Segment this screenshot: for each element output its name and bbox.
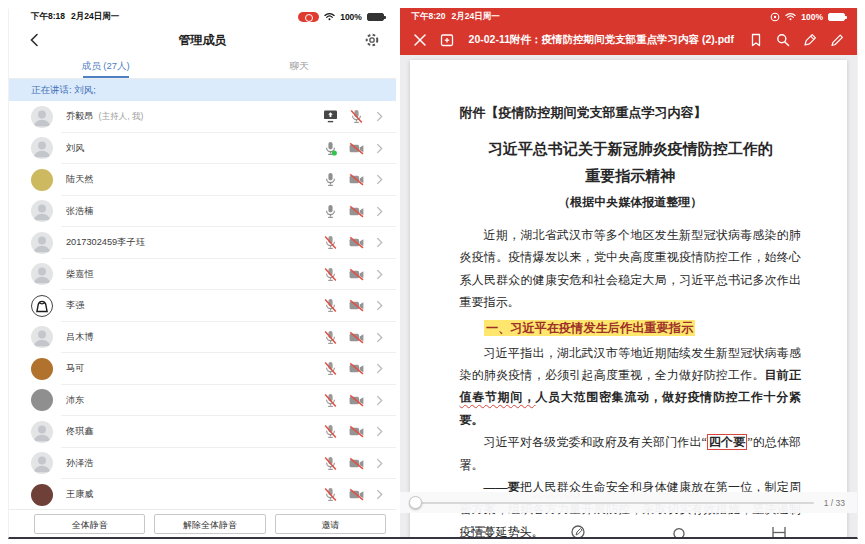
doc-paragraph-3: 习近平对各级党委和政府及有关部门作出“四个要”的总体部署。 bbox=[460, 431, 801, 476]
chevron-right-icon[interactable] bbox=[375, 300, 384, 311]
member-row[interactable]: 佟琪鑫 bbox=[9, 416, 396, 448]
avatar bbox=[31, 421, 53, 443]
tab-chat[interactable]: 聊天 bbox=[202, 55, 395, 78]
member-name: 柴嘉恒 bbox=[66, 268, 94, 281]
doc-section-heading: 一、习近平在疫情发生后作出重要指示 bbox=[460, 317, 801, 339]
chevron-right-icon[interactable] bbox=[375, 206, 384, 217]
pdf-app-pane: 下午8:20 2月24日周一 100% bbox=[400, 8, 857, 537]
mic-or-screenshare-icon bbox=[323, 109, 338, 124]
p2-normal: 习近平指出，湖北武汉市等地近期陆续发生新型冠状病毒感染的肺炎疫情，必须引起高度重… bbox=[460, 346, 801, 382]
add-file-icon[interactable] bbox=[440, 33, 454, 47]
doc-title-line2: 重要指示精神 bbox=[460, 163, 801, 190]
tab-bar: 成员 (27人) 聊天 bbox=[9, 55, 396, 79]
unmute-all-button[interactable]: 解除全体静音 bbox=[154, 514, 265, 534]
camera-or-mic-icon bbox=[349, 361, 364, 376]
chevron-right-icon[interactable] bbox=[375, 489, 384, 500]
bookmark-tray-icon[interactable] bbox=[771, 522, 787, 537]
member-row[interactable]: 张浩楠 bbox=[9, 196, 396, 228]
avatar bbox=[31, 358, 53, 380]
chevron-right-icon[interactable] bbox=[375, 237, 384, 248]
member-name: 乔毅昂 bbox=[66, 110, 94, 123]
member-row[interactable]: 乔毅昂 (主持人, 我) bbox=[9, 101, 396, 133]
camera-or-mic-icon bbox=[349, 235, 364, 250]
mic-or-screenshare-icon bbox=[323, 424, 338, 439]
mute-all-button[interactable]: 全体静音 bbox=[34, 514, 145, 534]
avatar bbox=[31, 295, 53, 317]
avatar bbox=[31, 200, 53, 222]
mic-or-screenshare-icon bbox=[323, 235, 338, 250]
markup-pen-icon[interactable] bbox=[803, 33, 817, 47]
member-row[interactable]: 柴嘉恒 bbox=[9, 259, 396, 291]
chevron-right-icon[interactable] bbox=[375, 174, 384, 185]
mic-or-screenshare-icon bbox=[323, 204, 338, 219]
gear-icon[interactable] bbox=[364, 32, 380, 48]
mic-or-screenshare-icon bbox=[323, 172, 338, 187]
mic-or-screenshare-icon bbox=[323, 330, 338, 345]
chevron-right-icon[interactable] bbox=[375, 395, 384, 406]
member-row[interactable]: 刘风 bbox=[9, 133, 396, 165]
chevron-right-icon[interactable] bbox=[375, 332, 384, 343]
member-name: 王康威 bbox=[66, 488, 94, 501]
chevron-right-icon[interactable] bbox=[375, 269, 384, 280]
member-row[interactable]: 王康威 bbox=[9, 479, 396, 509]
ipad-screen: 下午8:18 2月24日周一 100% 管理成员 bbox=[8, 8, 858, 539]
outline-icon[interactable] bbox=[470, 522, 486, 537]
avatar bbox=[31, 484, 53, 506]
p2-underlined-annotation: 值春节期间， bbox=[460, 390, 536, 404]
annotate-icon[interactable] bbox=[570, 522, 586, 537]
battery-icon bbox=[828, 13, 845, 21]
page-title: 管理成员 bbox=[9, 32, 396, 49]
camera-or-mic-icon bbox=[349, 330, 364, 345]
chevron-right-icon[interactable] bbox=[375, 363, 384, 374]
person-placeholder-icon bbox=[31, 452, 53, 474]
pdf-toolbar: 20-02-11附件：疫情防控期间党支部重点学习内容 (2).pdf bbox=[400, 25, 857, 55]
avatar bbox=[31, 452, 53, 474]
member-row[interactable]: 2017302459李子珏 bbox=[9, 227, 396, 259]
search-icon[interactable] bbox=[776, 33, 790, 47]
chevron-right-icon[interactable] bbox=[375, 143, 384, 154]
avatar bbox=[31, 232, 53, 254]
doc-attachment-heading: 附件【疫情防控期间党支部重点学习内容】 bbox=[460, 104, 801, 122]
member-name: 沛东 bbox=[66, 394, 84, 407]
left-status-bar: 下午8:18 2月24日周一 100% bbox=[9, 8, 396, 25]
camera-or-mic-icon bbox=[349, 424, 364, 439]
right-status-bar: 下午8:20 2月24日周一 100% bbox=[400, 8, 857, 25]
mic-or-screenshare-icon bbox=[323, 393, 338, 408]
battery-icon bbox=[367, 13, 384, 21]
pdf-page[interactable]: 附件【疫情防控期间党支部重点学习内容】 习近平总书记关于新冠肺炎疫情防控工作的 … bbox=[410, 60, 847, 537]
wifi-icon bbox=[785, 12, 796, 21]
doc-subtitle: （根据中央媒体报道整理） bbox=[460, 194, 801, 211]
invite-button[interactable]: 邀请 bbox=[275, 514, 386, 534]
member-row[interactable]: 吕木博 bbox=[9, 322, 396, 354]
avatar bbox=[31, 106, 53, 128]
member-row[interactable]: 马可 bbox=[9, 353, 396, 385]
page-slider-track[interactable] bbox=[410, 502, 814, 504]
member-name: 李强 bbox=[66, 299, 84, 312]
doc-paragraph-1: 近期，湖北省武汉市等多个地区发生新型冠状病毒感染的肺炎疫情。疫情爆发以来，党中央… bbox=[460, 224, 801, 314]
camera-or-mic-icon bbox=[349, 487, 364, 502]
chevron-right-icon[interactable] bbox=[375, 458, 384, 469]
chevron-right-icon[interactable] bbox=[375, 111, 384, 122]
member-row[interactable]: 陆天然 bbox=[9, 164, 396, 196]
member-row[interactable]: 沛东 bbox=[9, 385, 396, 417]
member-name: 孙泽浩 bbox=[66, 457, 94, 470]
mic-or-screenshare-icon bbox=[323, 361, 338, 376]
camera-or-mic-icon bbox=[349, 109, 364, 124]
bookmark-icon[interactable] bbox=[749, 33, 763, 47]
read-aloud-icon[interactable] bbox=[671, 522, 687, 537]
avatar bbox=[31, 326, 53, 348]
pdf-content-area: 附件【疫情防控期间党支部重点学习内容】 习近平总书记关于新冠肺炎疫情防控工作的 … bbox=[400, 55, 857, 537]
member-name: 吕木博 bbox=[66, 331, 94, 344]
wifi-icon bbox=[324, 12, 335, 21]
mic-or-screenshare-icon bbox=[323, 267, 338, 282]
member-row[interactable]: 孙泽浩 bbox=[9, 448, 396, 480]
screen-recording-indicator[interactable] bbox=[298, 12, 319, 22]
page-slider-knob[interactable] bbox=[409, 496, 422, 509]
tab-members[interactable]: 成员 (27人) bbox=[9, 55, 202, 78]
close-icon[interactable] bbox=[413, 33, 427, 47]
member-row[interactable]: 李强 bbox=[9, 290, 396, 322]
chevron-right-icon[interactable] bbox=[375, 426, 384, 437]
person-placeholder-icon bbox=[31, 232, 53, 254]
pencil-icon[interactable] bbox=[830, 33, 844, 47]
meeting-app-pane: 下午8:18 2月24日周一 100% 管理成员 bbox=[9, 8, 396, 537]
